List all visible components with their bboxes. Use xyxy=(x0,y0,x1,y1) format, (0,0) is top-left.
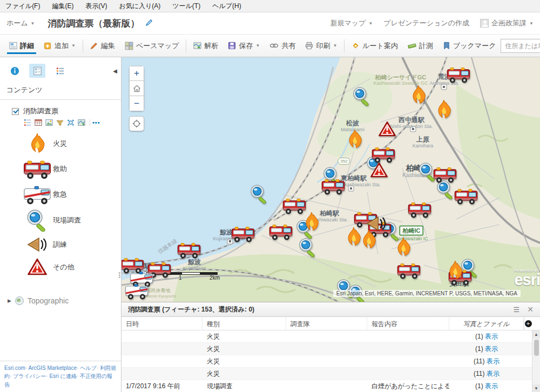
sidebar-resize-handle[interactable]: ••• xyxy=(118,272,120,279)
create-presentation-button[interactable]: プレゼンテーションの作成 xyxy=(383,18,469,28)
table-add-options-icon[interactable]: + xyxy=(525,320,532,327)
table-row[interactable]: 火災(1) 表示 xyxy=(122,343,532,355)
table-row[interactable]: 火災(11) 表示 xyxy=(122,355,532,368)
table-row[interactable]: 火災(1) 表示 xyxy=(122,330,532,343)
basemap-layer-row[interactable]: ▶ Topographic xyxy=(0,280,121,305)
cluster-icon[interactable] xyxy=(67,119,75,126)
marker-magnifier[interactable] xyxy=(352,86,372,106)
marker-warning[interactable] xyxy=(378,121,396,138)
layer-row: 消防調査票 xyxy=(0,100,121,116)
marker-fire[interactable] xyxy=(446,260,464,281)
marker-fire[interactable] xyxy=(435,99,453,120)
column-header-1[interactable]: 種別 xyxy=(202,317,286,330)
table-options-menu-icon[interactable]: ☰ xyxy=(514,306,520,314)
more-options-button[interactable]: ••• xyxy=(90,119,100,126)
account-menu[interactable]: 企画政策課 ▼ xyxy=(480,18,534,28)
scroll-up-arrow[interactable]: ▲ xyxy=(532,330,540,339)
marker-warning[interactable] xyxy=(370,162,388,179)
show-table-icon[interactable] xyxy=(35,119,42,126)
marker-truck[interactable] xyxy=(321,177,345,195)
print-button[interactable]: 印刷 ▼ xyxy=(300,35,342,57)
save-button[interactable]: 保存 ▼ xyxy=(223,35,265,57)
find-my-location-button[interactable] xyxy=(129,116,144,131)
menu-item[interactable]: お気に入り(A) xyxy=(119,2,160,11)
layer-visibility-checkbox[interactable] xyxy=(12,108,19,115)
basemap-button[interactable]: ベースマップ xyxy=(120,35,184,57)
marker-fire[interactable] xyxy=(302,212,321,232)
home-extent-button[interactable] xyxy=(129,81,144,96)
table-row[interactable]: 1/7/2017 9:16 午前現場調査白煙があがったことによる調査(1) 表示 xyxy=(122,380,532,392)
filter-icon[interactable] xyxy=(56,119,64,126)
tab-about[interactable] xyxy=(6,64,23,78)
directions-button[interactable]: ルート案内 xyxy=(347,35,403,57)
marker-truck[interactable] xyxy=(408,200,431,219)
marker-megaphone[interactable] xyxy=(365,214,388,233)
zoom-in-button[interactable]: + xyxy=(129,66,144,81)
measure-button[interactable]: 計測 xyxy=(403,35,438,57)
marker-truck[interactable] xyxy=(372,145,395,164)
column-header-2[interactable]: 調査隊 xyxy=(286,317,367,330)
column-header-4[interactable]: 写真とファイル xyxy=(449,317,524,330)
marker-truck[interactable] xyxy=(269,222,293,241)
table-close-icon[interactable]: ✕ xyxy=(527,305,534,314)
marker-fire[interactable] xyxy=(346,129,364,150)
photos-show-link[interactable]: 表示 xyxy=(485,345,498,353)
photos-show-link[interactable]: 表示 xyxy=(485,333,498,340)
footer-link[interactable]: ArcGIS Marketplace xyxy=(25,365,77,371)
marker-fire[interactable] xyxy=(409,85,428,105)
menu-item[interactable]: ヘルプ(H) xyxy=(212,2,241,11)
column-header-0[interactable]: 日時 xyxy=(122,317,202,330)
table-row[interactable]: 火災(11) 表示 xyxy=(122,368,532,380)
menu-item[interactable]: 表示(V) xyxy=(85,2,107,11)
footer-link[interactable]: プライバシー xyxy=(10,373,46,379)
show-legend-icon[interactable] xyxy=(24,119,31,126)
add-button[interactable]: 追加 ▼ xyxy=(39,35,80,57)
column-header-3[interactable]: 報告内容 xyxy=(367,317,449,330)
table-cell: 火災 xyxy=(202,343,286,355)
marker-truck[interactable] xyxy=(433,165,457,184)
photos-show-link[interactable]: 表示 xyxy=(485,382,498,390)
chevron-down-icon: ▼ xyxy=(255,43,260,48)
footer-link[interactable]: Esri に連絡 xyxy=(46,373,76,379)
menu-item[interactable]: ファイル(F) xyxy=(5,2,40,11)
chevron-down-icon: ▼ xyxy=(31,21,35,26)
menu-item[interactable]: ツール(T) xyxy=(172,2,200,11)
tab-content[interactable] xyxy=(29,64,45,78)
new-map-menu[interactable]: 新規マップ ▼ xyxy=(330,18,373,28)
share-button[interactable]: 共有 xyxy=(265,35,300,57)
marker-truck[interactable] xyxy=(397,261,421,280)
map-canvas[interactable]: 柏崎シーサイドGCKashiwazaki Seaside GC荒浜Arahama… xyxy=(122,57,540,302)
edit-button[interactable]: 編集 xyxy=(85,35,120,57)
marker-truck[interactable] xyxy=(454,187,478,205)
zoom-out-button[interactable]: − xyxy=(129,96,144,111)
photos-cell: (11) 表示 xyxy=(449,355,524,367)
tab-legend[interactable] xyxy=(52,64,68,78)
edit-title-pencil-icon[interactable] xyxy=(145,18,153,29)
marker-ambulance[interactable] xyxy=(125,282,148,300)
photos-show-link[interactable]: 表示 xyxy=(487,357,500,365)
ambulance-legend-icon xyxy=(22,184,53,205)
fire-truck-icon xyxy=(433,165,457,184)
marker-truck[interactable] xyxy=(177,241,201,259)
bookmarks-button[interactable]: ブックマーク xyxy=(438,35,501,57)
details-button[interactable]: 詳細 xyxy=(4,35,39,57)
home-menu[interactable]: ホーム ▼ xyxy=(6,18,35,28)
photos-show-link[interactable]: 表示 xyxy=(487,370,500,377)
scroll-thumb[interactable] xyxy=(534,340,539,356)
scroll-down-arrow[interactable]: ▼ xyxy=(532,384,540,392)
sidebar-collapse-button[interactable]: ◀ xyxy=(113,68,117,74)
marker-magnifier[interactable] xyxy=(298,238,318,257)
marker-truck[interactable] xyxy=(231,225,255,243)
footer-link[interactable]: ヘルプ xyxy=(77,365,97,371)
marker-fire[interactable] xyxy=(394,237,413,258)
content-icon xyxy=(33,66,42,76)
menu-item[interactable]: 編集(E) xyxy=(52,2,73,11)
warning-triangle-icon xyxy=(27,258,48,276)
perform-analysis-icon[interactable] xyxy=(78,119,85,126)
search-input[interactable] xyxy=(501,39,540,53)
marker-magnifier[interactable] xyxy=(249,184,269,204)
analysis-button[interactable]: 解析 xyxy=(188,35,223,57)
marker-truck[interactable] xyxy=(447,65,470,84)
change-style-icon[interactable] xyxy=(45,119,53,126)
footer-link[interactable]: Esri.com xyxy=(4,365,25,371)
